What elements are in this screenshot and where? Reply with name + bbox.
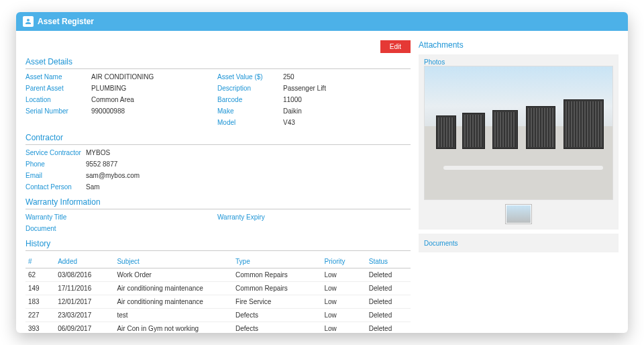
history-header-id[interactable]: #: [25, 255, 55, 268]
titlebar: Asset Register: [16, 12, 628, 31]
table-cell-status: Deleted: [366, 295, 411, 309]
value-warranty-title: [91, 213, 212, 221]
value-phone: 9552 8877: [86, 160, 411, 168]
app-window: Asset Register Edit Asset Details Asset …: [16, 12, 628, 333]
label-service-contractor: Service Contractor: [25, 149, 86, 156]
table-cell-priority: Low: [322, 309, 366, 322]
photos-panel: Photos: [419, 54, 619, 230]
history-header-subject[interactable]: Subject: [114, 255, 233, 268]
label-asset-name: Asset Name: [25, 73, 86, 81]
table-cell-id: 149: [25, 282, 55, 295]
content-area: Edit Asset Details Asset Name AIR CONDIT…: [16, 31, 628, 333]
app-icon: [23, 16, 34, 27]
table-cell-subject: test: [114, 309, 233, 322]
table-row[interactable]: 18312/01/2017Air conditioning maintenanc…: [25, 295, 411, 309]
section-title-contractor: Contractor: [25, 133, 411, 145]
value-warranty-document: [91, 225, 212, 232]
table-row[interactable]: 6203/08/2016Work OrderCommon RepairsLowD…: [25, 268, 411, 282]
label-description: Description: [217, 85, 278, 92]
section-title-warranty: Warranty Information: [25, 197, 411, 209]
history-header-priority[interactable]: Priority: [322, 255, 366, 268]
table-cell-id: 393: [25, 322, 55, 334]
photo-thumbnail[interactable]: [505, 204, 532, 224]
value-make: Daikin: [283, 107, 404, 115]
value-email: sam@mybos.com: [86, 172, 411, 179]
value-parent-asset: PLUMBING: [91, 85, 212, 92]
table-cell-type: Defects: [233, 309, 321, 322]
table-cell-subject: Work Order: [114, 268, 233, 282]
table-cell-type: Fire Service: [233, 295, 321, 309]
asset-details-grid: Asset Name AIR CONDITIONING Asset Value …: [25, 73, 411, 126]
section-title-attachments: Attachments: [419, 40, 619, 52]
label-warranty-title: Warranty Title: [25, 213, 86, 221]
table-cell-added: 23/03/2017: [55, 309, 114, 322]
label-phone: Phone: [25, 160, 86, 168]
titlebar-title: Asset Register: [38, 17, 94, 26]
value-service-contractor: MYBOS: [86, 149, 411, 156]
edit-button[interactable]: Edit: [380, 40, 411, 53]
value-barcode: 11000: [283, 96, 404, 103]
value-warranty-expiry: [283, 213, 404, 221]
section-title-asset-details: Asset Details: [25, 57, 411, 69]
main-column: Edit Asset Details Asset Name AIR CONDIT…: [25, 40, 411, 333]
table-row[interactable]: 39306/09/2017Air Con in Gym not workingD…: [25, 322, 411, 334]
label-make: Make: [217, 107, 278, 115]
section-title-history: History: [25, 239, 411, 251]
value-serial-number: 990000988: [91, 107, 212, 115]
label-warranty-document: Document: [25, 225, 86, 232]
value-asset-name: AIR CONDITIONING: [91, 73, 212, 81]
label-model: Model: [217, 119, 278, 126]
history-header-added[interactable]: Added: [55, 255, 114, 268]
warranty-grid: Warranty Title Warranty Expiry Document: [25, 213, 411, 232]
table-cell-subject: Air Con in Gym not working: [114, 322, 233, 334]
table-cell-added: 06/09/2017: [55, 322, 114, 334]
photos-label: Photos: [424, 58, 613, 66]
table-row[interactable]: 14917/11/2016Air conditioning maintenanc…: [25, 282, 411, 295]
label-warranty-expiry: Warranty Expiry: [217, 213, 278, 221]
table-cell-added: 17/11/2016: [55, 282, 114, 295]
asset-photo[interactable]: [424, 66, 613, 200]
table-cell-type: Defects: [233, 322, 321, 334]
table-cell-subject: Air conditioning maintenance: [114, 295, 233, 309]
table-cell-status: Deleted: [366, 322, 411, 334]
label-parent-asset: Parent Asset: [25, 85, 86, 92]
table-cell-priority: Low: [322, 282, 366, 295]
history-header-type[interactable]: Type: [233, 255, 321, 268]
label-email: Email: [25, 172, 86, 179]
label-contact-person: Contact Person: [25, 183, 86, 191]
label-location: Location: [25, 96, 86, 103]
table-cell-status: Deleted: [366, 282, 411, 295]
table-cell-priority: Low: [322, 268, 366, 282]
history-header-status[interactable]: Status: [366, 255, 411, 268]
contractor-grid: Service Contractor MYBOS Phone 9552 8877…: [25, 149, 411, 191]
history-table: # Added Subject Type Priority Status 620…: [25, 255, 411, 333]
edit-row: Edit: [25, 40, 411, 53]
label-barcode: Barcode: [217, 96, 278, 103]
table-cell-type: Common Repairs: [233, 268, 321, 282]
table-row[interactable]: 22723/03/2017testDefectsLowDeleted: [25, 309, 411, 322]
table-cell-added: 12/01/2017: [55, 295, 114, 309]
table-cell-status: Deleted: [366, 268, 411, 282]
history-header-row: # Added Subject Type Priority Status: [25, 255, 411, 268]
documents-panel[interactable]: Documents: [419, 234, 619, 252]
value-model: V43: [283, 119, 404, 126]
table-cell-subject: Air conditioning maintenance: [114, 282, 233, 295]
table-cell-added: 03/08/2016: [55, 268, 114, 282]
table-cell-id: 62: [25, 268, 55, 282]
value-contact-person: Sam: [86, 183, 411, 191]
documents-label: Documents: [424, 240, 458, 247]
label-asset-value: Asset Value ($): [217, 73, 278, 81]
photo-thumbnails: [424, 200, 613, 226]
label-serial-number: Serial Number: [25, 107, 86, 115]
table-cell-id: 183: [25, 295, 55, 309]
table-cell-id: 227: [25, 309, 55, 322]
value-location: Common Area: [91, 96, 212, 103]
side-column: Attachments Photos Documents: [419, 40, 619, 333]
table-cell-priority: Low: [322, 322, 366, 334]
table-cell-status: Deleted: [366, 309, 411, 322]
table-cell-priority: Low: [322, 295, 366, 309]
value-asset-value: 250: [283, 73, 404, 81]
value-description: Passenger Lift: [283, 85, 404, 92]
table-cell-type: Common Repairs: [233, 282, 321, 295]
